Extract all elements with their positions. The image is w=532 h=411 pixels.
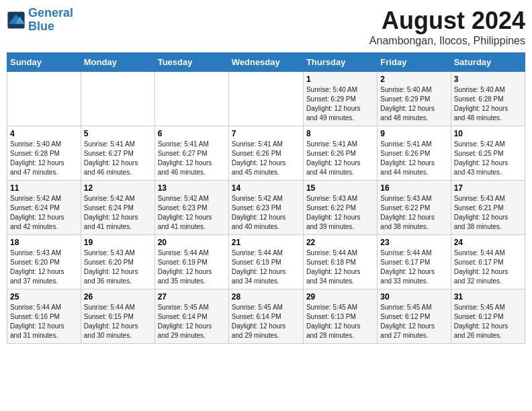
calendar-cell: 29Sunrise: 5:45 AM Sunset: 6:13 PM Dayli…: [303, 289, 377, 344]
day-info: Sunrise: 5:45 AM Sunset: 6:12 PM Dayligh…: [454, 303, 522, 340]
day-info: Sunrise: 5:44 AM Sunset: 6:19 PM Dayligh…: [232, 248, 300, 286]
calendar-table: SundayMondayTuesdayWednesdayThursdayFrid…: [7, 52, 525, 344]
day-number: 18: [10, 238, 78, 247]
day-number: 23: [380, 238, 447, 247]
day-number: 7: [232, 129, 300, 138]
day-number: 6: [158, 129, 226, 138]
calendar-cell: 15Sunrise: 5:43 AM Sunset: 6:22 PM Dayli…: [303, 181, 377, 235]
calendar-cell: 31Sunrise: 5:45 AM Sunset: 6:12 PM Dayli…: [451, 289, 525, 344]
calendar-cell: 14Sunrise: 5:42 AM Sunset: 6:23 PM Dayli…: [228, 181, 303, 235]
day-number: 4: [10, 129, 78, 138]
day-info: Sunrise: 5:45 AM Sunset: 6:14 PM Dayligh…: [158, 303, 226, 340]
calendar-cell: 18Sunrise: 5:43 AM Sunset: 6:20 PM Dayli…: [7, 235, 81, 289]
day-number: 21: [232, 238, 300, 247]
day-number: 30: [380, 292, 447, 302]
calendar-cell: 7Sunrise: 5:41 AM Sunset: 6:26 PM Daylig…: [228, 126, 303, 181]
column-header-friday: Friday: [378, 53, 451, 72]
title-block: August 2024 Anambongan, Ilocos, Philippi…: [369, 7, 525, 47]
calendar-cell: 9Sunrise: 5:41 AM Sunset: 6:26 PM Daylig…: [378, 126, 451, 181]
day-info: Sunrise: 5:40 AM Sunset: 6:29 PM Dayligh…: [380, 85, 447, 123]
day-info: Sunrise: 5:44 AM Sunset: 6:16 PM Dayligh…: [10, 303, 78, 340]
logo-icon: [7, 11, 26, 30]
day-info: Sunrise: 5:42 AM Sunset: 6:25 PM Dayligh…: [454, 140, 522, 177]
calendar-cell: 13Sunrise: 5:42 AM Sunset: 6:23 PM Dayli…: [154, 181, 228, 235]
calendar-cell: 22Sunrise: 5:44 AM Sunset: 6:18 PM Dayli…: [303, 235, 377, 289]
day-number: 11: [10, 183, 78, 193]
day-info: Sunrise: 5:43 AM Sunset: 6:22 PM Dayligh…: [306, 194, 374, 232]
day-info: Sunrise: 5:42 AM Sunset: 6:23 PM Dayligh…: [158, 194, 226, 232]
calendar-week-3: 11Sunrise: 5:42 AM Sunset: 6:24 PM Dayli…: [7, 181, 525, 235]
calendar-cell: 30Sunrise: 5:45 AM Sunset: 6:12 PM Dayli…: [378, 289, 451, 344]
day-number: 1: [306, 75, 374, 84]
calendar-cell: 16Sunrise: 5:43 AM Sunset: 6:22 PM Dayli…: [378, 181, 451, 235]
calendar-cell: [81, 72, 154, 126]
calendar-cell: 17Sunrise: 5:43 AM Sunset: 6:21 PM Dayli…: [451, 181, 525, 235]
day-number: 17: [454, 183, 522, 193]
calendar-header: SundayMondayTuesdayWednesdayThursdayFrid…: [7, 53, 525, 72]
calendar-cell: 20Sunrise: 5:44 AM Sunset: 6:19 PM Dayli…: [154, 235, 228, 289]
column-header-thursday: Thursday: [303, 53, 377, 72]
day-info: Sunrise: 5:41 AM Sunset: 6:26 PM Dayligh…: [380, 140, 447, 177]
day-number: 31: [454, 292, 522, 302]
day-info: Sunrise: 5:41 AM Sunset: 6:27 PM Dayligh…: [158, 140, 226, 177]
day-number: 29: [306, 292, 374, 302]
calendar-cell: 28Sunrise: 5:45 AM Sunset: 6:14 PM Dayli…: [228, 289, 303, 344]
day-number: 8: [306, 129, 374, 138]
day-info: Sunrise: 5:42 AM Sunset: 6:24 PM Dayligh…: [84, 194, 152, 232]
calendar-cell: [228, 72, 303, 126]
day-info: Sunrise: 5:44 AM Sunset: 6:15 PM Dayligh…: [84, 303, 152, 340]
calendar-week-4: 18Sunrise: 5:43 AM Sunset: 6:20 PM Dayli…: [7, 235, 525, 289]
day-info: Sunrise: 5:43 AM Sunset: 6:21 PM Dayligh…: [454, 194, 522, 232]
day-number: 3: [454, 75, 522, 84]
calendar-week-2: 4Sunrise: 5:40 AM Sunset: 6:28 PM Daylig…: [7, 126, 525, 181]
day-info: Sunrise: 5:45 AM Sunset: 6:14 PM Dayligh…: [232, 303, 300, 340]
day-info: Sunrise: 5:42 AM Sunset: 6:23 PM Dayligh…: [232, 194, 300, 232]
column-header-monday: Monday: [81, 53, 154, 72]
column-header-wednesday: Wednesday: [228, 53, 303, 72]
day-info: Sunrise: 5:42 AM Sunset: 6:24 PM Dayligh…: [10, 194, 78, 232]
calendar-cell: 25Sunrise: 5:44 AM Sunset: 6:16 PM Dayli…: [7, 289, 81, 344]
day-number: 26: [84, 292, 152, 302]
day-number: 2: [380, 75, 447, 84]
main-title: August 2024: [369, 7, 525, 35]
page-header: General Blue August 2024 Anambongan, Ilo…: [7, 7, 525, 47]
calendar-cell: 23Sunrise: 5:44 AM Sunset: 6:17 PM Dayli…: [378, 235, 451, 289]
day-info: Sunrise: 5:40 AM Sunset: 6:28 PM Dayligh…: [454, 85, 522, 123]
day-info: Sunrise: 5:45 AM Sunset: 6:13 PM Dayligh…: [306, 303, 374, 340]
calendar-cell: 27Sunrise: 5:45 AM Sunset: 6:14 PM Dayli…: [154, 289, 228, 344]
column-header-saturday: Saturday: [451, 53, 525, 72]
calendar-cell: 12Sunrise: 5:42 AM Sunset: 6:24 PM Dayli…: [81, 181, 154, 235]
day-number: 10: [454, 129, 522, 138]
day-info: Sunrise: 5:43 AM Sunset: 6:20 PM Dayligh…: [10, 248, 78, 286]
day-number: 14: [232, 183, 300, 193]
day-info: Sunrise: 5:40 AM Sunset: 6:28 PM Dayligh…: [10, 140, 78, 177]
calendar-cell: [7, 72, 81, 126]
calendar-cell: 11Sunrise: 5:42 AM Sunset: 6:24 PM Dayli…: [7, 181, 81, 235]
day-number: 24: [454, 238, 522, 247]
day-number: 19: [84, 238, 152, 247]
calendar-cell: 6Sunrise: 5:41 AM Sunset: 6:27 PM Daylig…: [154, 126, 228, 181]
day-number: 16: [380, 183, 447, 193]
day-info: Sunrise: 5:44 AM Sunset: 6:19 PM Dayligh…: [158, 248, 226, 286]
day-info: Sunrise: 5:41 AM Sunset: 6:26 PM Dayligh…: [232, 140, 300, 177]
calendar-cell: 1Sunrise: 5:40 AM Sunset: 6:29 PM Daylig…: [303, 72, 377, 126]
day-info: Sunrise: 5:43 AM Sunset: 6:20 PM Dayligh…: [84, 248, 152, 286]
day-info: Sunrise: 5:40 AM Sunset: 6:29 PM Dayligh…: [306, 85, 374, 123]
day-number: 9: [380, 129, 447, 138]
calendar-cell: 19Sunrise: 5:43 AM Sunset: 6:20 PM Dayli…: [81, 235, 154, 289]
day-number: 22: [306, 238, 374, 247]
calendar-cell: 10Sunrise: 5:42 AM Sunset: 6:25 PM Dayli…: [451, 126, 525, 181]
day-number: 27: [158, 292, 226, 302]
calendar-week-5: 25Sunrise: 5:44 AM Sunset: 6:16 PM Dayli…: [7, 289, 525, 344]
day-number: 15: [306, 183, 374, 193]
day-number: 28: [232, 292, 300, 302]
calendar-cell: 3Sunrise: 5:40 AM Sunset: 6:28 PM Daylig…: [451, 72, 525, 126]
calendar-cell: 21Sunrise: 5:44 AM Sunset: 6:19 PM Dayli…: [228, 235, 303, 289]
day-number: 12: [84, 183, 152, 193]
calendar-cell: [154, 72, 228, 126]
day-info: Sunrise: 5:43 AM Sunset: 6:22 PM Dayligh…: [380, 194, 447, 232]
calendar-cell: 5Sunrise: 5:41 AM Sunset: 6:27 PM Daylig…: [81, 126, 154, 181]
day-number: 5: [84, 129, 152, 138]
logo-text: General Blue: [28, 7, 73, 34]
calendar-cell: 24Sunrise: 5:44 AM Sunset: 6:17 PM Dayli…: [451, 235, 525, 289]
